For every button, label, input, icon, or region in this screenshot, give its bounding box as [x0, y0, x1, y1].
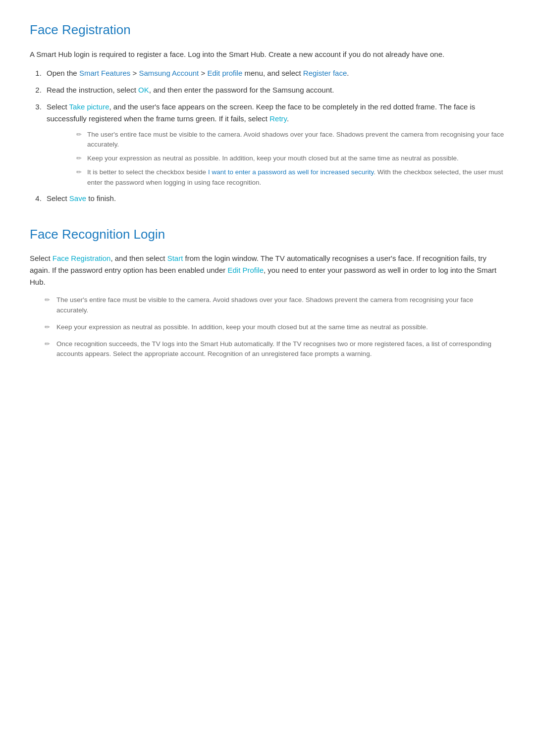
- take-picture-link: Take picture: [69, 102, 109, 111]
- face-recognition-login-intro: Select Face Registration, and then selec…: [30, 252, 505, 288]
- edit-profile-link[interactable]: Edit profile: [207, 69, 242, 77]
- step-2: Read the instruction, select OK, and the…: [44, 84, 505, 96]
- note-2: Keep your expression as neutral as possi…: [76, 153, 505, 163]
- recognition-note-2: Keep your expression as neutral as possi…: [45, 322, 505, 332]
- face-recognition-login-section: Face Recognition Login Select Face Regis…: [30, 224, 505, 359]
- step-3: Select Take picture, and the user's face…: [44, 101, 505, 188]
- ok-link: OK: [138, 86, 149, 94]
- retry-link: Retry: [269, 114, 287, 123]
- face-registration-steps: Open the Smart Features > Samsung Accoun…: [44, 67, 505, 204]
- step-3-notes: The user's entire face must be visible t…: [76, 130, 505, 188]
- step-4: Select Save to finish.: [44, 193, 505, 204]
- face-recognition-login-title: Face Recognition Login: [30, 224, 505, 245]
- face-registration-title: Face Registration: [30, 20, 505, 41]
- face-registration-section: Face Registration A Smart Hub login is r…: [30, 20, 505, 204]
- note-3: It is better to select the checkbox besi…: [76, 167, 505, 188]
- start-link: Start: [167, 254, 183, 262]
- password-checkbox-label: I want to enter a password as well for i…: [208, 168, 374, 176]
- step-1: Open the Smart Features > Samsung Accoun…: [44, 67, 505, 79]
- samsung-account-link[interactable]: Samsung Account: [139, 69, 199, 77]
- face-registration-ref-link: Face Registration: [53, 254, 111, 262]
- note-1: The user's entire face must be visible t…: [76, 130, 505, 150]
- face-registration-intro: A Smart Hub login is required to registe…: [30, 49, 505, 60]
- recognition-note-1: The user's entire face must be visible t…: [45, 295, 505, 315]
- register-face-link[interactable]: Register face: [303, 69, 347, 77]
- edit-profile-ref-link: Edit Profile: [227, 266, 264, 274]
- face-recognition-notes: The user's entire face must be visible t…: [45, 295, 505, 359]
- smart-features-link[interactable]: Smart Features: [79, 69, 130, 77]
- save-link: Save: [69, 194, 86, 202]
- recognition-note-3: Once recognition succeeds, the TV logs i…: [45, 339, 505, 359]
